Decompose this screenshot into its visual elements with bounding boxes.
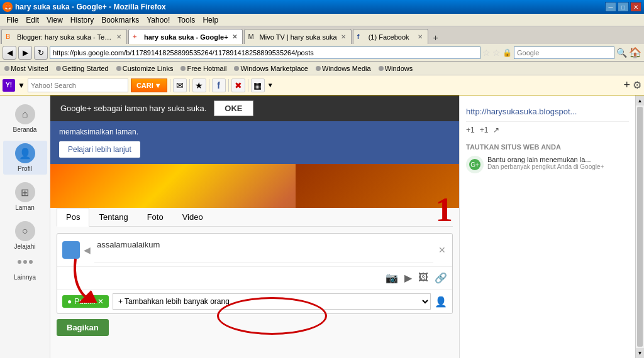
sidebar-item-jelajahi[interactable]: ○ Jelajahi bbox=[3, 219, 47, 252]
tab-mivo[interactable]: M Mivo TV | hary suka suka ✕ bbox=[244, 29, 352, 44]
tab-pos[interactable]: Pos bbox=[57, 208, 89, 227]
close-button[interactable]: ✕ bbox=[630, 2, 641, 12]
post-close-icon[interactable]: ✕ bbox=[437, 244, 447, 256]
plus-one-button[interactable]: +1 bbox=[480, 126, 489, 134]
maximize-button[interactable]: □ bbox=[618, 2, 629, 12]
address-input[interactable] bbox=[50, 46, 480, 59]
menu-history[interactable]: History bbox=[67, 14, 97, 26]
toolbar-settings-button[interactable]: ⚙ bbox=[633, 79, 641, 91]
bookmark-windows-media[interactable]: Windows Media bbox=[314, 64, 373, 73]
tab-googleplus[interactable]: + hary suka suka - Google+ ✕ bbox=[128, 29, 243, 44]
bookmark-star-icon[interactable]: ☆ bbox=[482, 48, 491, 58]
titlebar: 🦊 hary suka suka - Google+ - Mozilla Fir… bbox=[0, 0, 644, 14]
yahoo-icon: Y! bbox=[3, 79, 15, 92]
bookmark-customize[interactable]: Customize Links bbox=[114, 64, 175, 73]
email-icon-btn[interactable]: ✉ bbox=[173, 79, 187, 92]
video-icon[interactable]: ▶ bbox=[404, 272, 412, 284]
oke-button[interactable]: OKE bbox=[214, 100, 253, 116]
refresh-button[interactable]: ↻ bbox=[34, 46, 48, 60]
scroll-down-button[interactable]: ▼ bbox=[636, 348, 644, 358]
blog-link[interactable]: http://harysukasuka.blogspot... bbox=[466, 102, 629, 122]
sidebar-item-beranda[interactable]: ⌂ Beranda bbox=[3, 102, 47, 136]
sidebar-beranda-label: Beranda bbox=[13, 126, 37, 133]
share-btn-container: Bagikan 2 bbox=[50, 319, 459, 336]
search-input[interactable] bbox=[514, 46, 614, 59]
menu-tools[interactable]: Tools bbox=[174, 14, 199, 26]
scroll-up-button[interactable]: ▲ bbox=[636, 95, 644, 106]
widget-toolbar-icon[interactable]: ▦ bbox=[251, 79, 265, 92]
tab-blogger[interactable]: B Blogger: hary suka suka - Template ✕ bbox=[1, 29, 127, 44]
tab-blogger-close[interactable]: ✕ bbox=[115, 33, 123, 41]
dot2 bbox=[23, 260, 27, 264]
yahoo-search-input[interactable] bbox=[28, 79, 128, 92]
menu-bookmarks[interactable]: Bookmarks bbox=[97, 14, 143, 26]
publik-close-icon[interactable]: ✕ bbox=[97, 297, 104, 306]
bagikan-button[interactable]: Bagikan bbox=[57, 319, 109, 336]
profile-tabs: Pos Tentang Foto Video bbox=[57, 208, 453, 227]
bookmark-icon bbox=[379, 66, 384, 71]
facebook-toolbar-icon[interactable]: f bbox=[212, 79, 226, 92]
blogger-favicon: B bbox=[6, 33, 14, 41]
widget-dropdown-icon[interactable]: ▼ bbox=[267, 82, 274, 89]
tab-mivo-close[interactable]: ✕ bbox=[340, 33, 347, 41]
post-icons-row: 📷 ▶ 🖼 🔗 bbox=[57, 267, 452, 290]
tab-facebook[interactable]: f (1) Facebook ✕ bbox=[353, 29, 428, 44]
menu-view[interactable]: View bbox=[43, 14, 67, 26]
menu-edit[interactable]: Edit bbox=[22, 14, 43, 26]
bookmark-windows[interactable]: Windows bbox=[377, 64, 415, 73]
tab-facebook-close[interactable]: ✕ bbox=[416, 33, 424, 41]
scrollbar[interactable]: ▲ ▼ bbox=[635, 95, 644, 358]
sidebar-item-profil[interactable]: 👤 Profil bbox=[3, 141, 47, 175]
red-toolbar-icon[interactable]: ✖ bbox=[231, 79, 245, 92]
post-content[interactable]: assalamualaikum bbox=[94, 237, 433, 263]
yahoo-toolbar: Y! ▼ CARI ▼ ✉ ★ f ✖ ▦ ▼ + ⚙ bbox=[0, 75, 644, 95]
menu-yahoo[interactable]: Yahoo! bbox=[143, 14, 174, 26]
cari-label: CARI bbox=[136, 82, 153, 89]
new-tab-button[interactable]: + bbox=[430, 31, 442, 44]
bookmark-icon bbox=[4, 66, 9, 71]
titlebar-buttons[interactable]: ─ □ ✕ bbox=[605, 2, 641, 12]
share-icon[interactable]: ↗ bbox=[493, 126, 499, 134]
sidebar-item-laman[interactable]: ⊞ Laman bbox=[3, 180, 47, 214]
link-icon[interactable]: 🔗 bbox=[435, 272, 447, 284]
bookmark-icon bbox=[180, 66, 186, 71]
toolbar-add-button[interactable]: + bbox=[623, 79, 630, 92]
menubar: File Edit View History Bookmarks Yahoo! … bbox=[0, 14, 644, 26]
audience-dropdown[interactable]: + Tambahkan lebih banyak orang bbox=[113, 293, 431, 310]
main-content: ⌂ Beranda 👤 Profil ⊞ Laman ○ Jelajahi La… bbox=[0, 95, 644, 358]
sidebar-item-lainnya[interactable]: Lainnya bbox=[3, 271, 47, 283]
home-button[interactable]: 🏠 bbox=[629, 46, 641, 58]
cari-button[interactable]: CARI ▼ bbox=[131, 79, 167, 92]
bookmark-getting-started[interactable]: Getting Started bbox=[54, 64, 111, 73]
post-footer: ● Publik ✕ + Tambahkan lebih banyak oran… bbox=[57, 290, 452, 313]
cari-dropdown-icon: ▼ bbox=[155, 82, 162, 89]
star-toolbar-icon[interactable]: ★ bbox=[192, 79, 206, 92]
bookmark-most-visited[interactable]: Most Visited bbox=[3, 64, 50, 73]
bookmark-getting-started-label: Getting Started bbox=[62, 65, 109, 72]
tautkan-title: TAUTKAN SITUS WEB ANDA bbox=[466, 143, 629, 151]
svg-text:G+: G+ bbox=[470, 161, 479, 168]
explore-sidebar-icon: ○ bbox=[15, 221, 35, 241]
scroll-thumb[interactable] bbox=[637, 107, 643, 347]
bookmark-star2-icon[interactable]: ☆ bbox=[492, 48, 501, 58]
tab-googleplus-close[interactable]: ✕ bbox=[231, 33, 238, 41]
learn-more-button[interactable]: Pelajari lebih lanjut bbox=[59, 141, 140, 158]
menu-help[interactable]: Help bbox=[199, 14, 222, 26]
bookmark-hotmail[interactable]: Free Hotmail bbox=[179, 64, 228, 73]
add-person-icon[interactable]: 👤 bbox=[435, 296, 447, 308]
bookmark-most-visited-label: Most Visited bbox=[11, 65, 48, 72]
minimize-button[interactable]: ─ bbox=[605, 2, 616, 12]
tab-foto[interactable]: Foto bbox=[138, 208, 173, 226]
bookmark-marketplace[interactable]: Windows Marketplace bbox=[232, 64, 310, 73]
tab-video[interactable]: Video bbox=[173, 208, 213, 226]
menu-file[interactable]: File bbox=[3, 14, 22, 26]
yahoo-dropdown[interactable]: ▼ bbox=[18, 81, 25, 90]
search-icon[interactable]: 🔍 bbox=[616, 48, 627, 58]
back-button[interactable]: ◀ bbox=[3, 46, 16, 60]
bookmark-windows-media-label: Windows Media bbox=[322, 65, 371, 72]
image-icon[interactable]: 🖼 bbox=[418, 272, 428, 284]
camera-icon[interactable]: 📷 bbox=[386, 272, 398, 284]
publik-badge: ● Publik ✕ bbox=[62, 295, 109, 308]
forward-button[interactable]: ▶ bbox=[18, 46, 32, 60]
tab-tentang[interactable]: Tentang bbox=[89, 208, 137, 226]
